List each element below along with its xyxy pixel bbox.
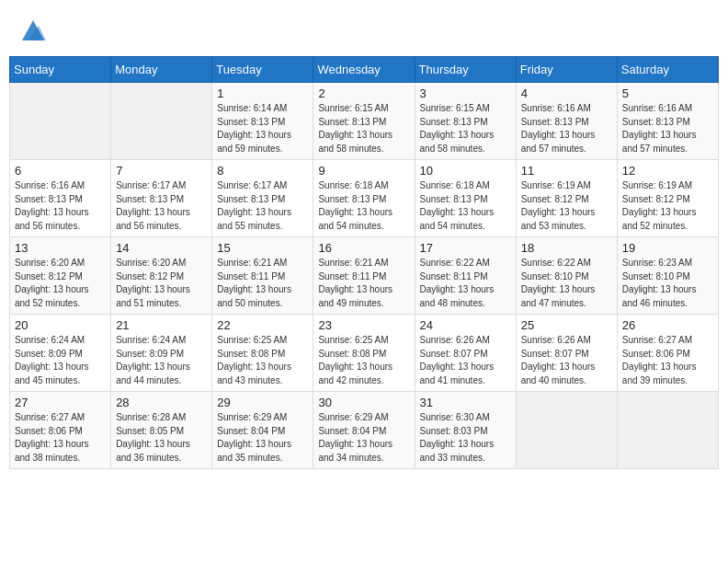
calendar-cell: 3Sunrise: 6:15 AM Sunset: 8:13 PM Daylig… [415, 83, 516, 160]
day-info: Sunrise: 6:22 AM Sunset: 8:11 PM Dayligh… [420, 257, 511, 310]
day-number: 24 [420, 318, 511, 332]
day-info: Sunrise: 6:19 AM Sunset: 8:12 PM Dayligh… [622, 179, 713, 233]
calendar-cell: 22Sunrise: 6:25 AM Sunset: 8:08 PM Dayli… [212, 315, 313, 392]
day-number: 31 [420, 396, 511, 409]
calendar-cell [516, 392, 617, 469]
day-number: 12 [622, 164, 713, 178]
day-number: 17 [420, 241, 511, 255]
day-info: Sunrise: 6:26 AM Sunset: 8:07 PM Dayligh… [521, 334, 612, 387]
day-number: 14 [116, 241, 207, 255]
calendar-cell: 25Sunrise: 6:26 AM Sunset: 8:07 PM Dayli… [516, 315, 617, 392]
day-info: Sunrise: 6:17 AM Sunset: 8:13 PM Dayligh… [116, 179, 207, 233]
day-number: 8 [217, 164, 308, 178]
day-number: 28 [116, 396, 207, 409]
calendar-cell [111, 83, 212, 160]
day-info: Sunrise: 6:16 AM Sunset: 8:13 PM Dayligh… [15, 179, 106, 233]
day-info: Sunrise: 6:20 AM Sunset: 8:12 PM Dayligh… [15, 257, 106, 310]
calendar-cell: 6Sunrise: 6:16 AM Sunset: 8:13 PM Daylig… [10, 160, 111, 237]
calendar-cell: 10Sunrise: 6:18 AM Sunset: 8:13 PM Dayli… [415, 160, 516, 237]
calendar-cell: 12Sunrise: 6:19 AM Sunset: 8:12 PM Dayli… [617, 160, 718, 237]
day-info: Sunrise: 6:19 AM Sunset: 8:12 PM Dayligh… [521, 179, 612, 233]
day-info: Sunrise: 6:21 AM Sunset: 8:11 PM Dayligh… [217, 257, 308, 310]
day-number: 25 [521, 318, 612, 332]
calendar-cell: 31Sunrise: 6:30 AM Sunset: 8:03 PM Dayli… [415, 392, 516, 469]
day-number: 18 [521, 241, 612, 255]
logo [18, 17, 46, 47]
page-header [9, 9, 719, 52]
calendar-table: SundayMondayTuesdayWednesdayThursdayFrid… [9, 56, 719, 469]
calendar-day-header: Friday [516, 57, 617, 83]
day-info: Sunrise: 6:25 AM Sunset: 8:08 PM Dayligh… [318, 334, 409, 387]
calendar-week-row: 20Sunrise: 6:24 AM Sunset: 8:09 PM Dayli… [10, 315, 719, 392]
day-number: 30 [318, 396, 409, 409]
calendar-cell: 19Sunrise: 6:23 AM Sunset: 8:10 PM Dayli… [617, 237, 718, 315]
calendar-cell: 17Sunrise: 6:22 AM Sunset: 8:11 PM Dayli… [415, 237, 516, 315]
calendar-cell: 11Sunrise: 6:19 AM Sunset: 8:12 PM Dayli… [516, 160, 617, 237]
day-info: Sunrise: 6:24 AM Sunset: 8:09 PM Dayligh… [15, 334, 106, 387]
calendar-day-header: Wednesday [313, 57, 415, 83]
calendar-cell: 15Sunrise: 6:21 AM Sunset: 8:11 PM Dayli… [212, 237, 313, 315]
day-info: Sunrise: 6:29 AM Sunset: 8:04 PM Dayligh… [318, 411, 409, 465]
day-number: 15 [217, 241, 308, 255]
calendar-header-row: SundayMondayTuesdayWednesdayThursdayFrid… [10, 57, 719, 83]
calendar-week-row: 1Sunrise: 6:14 AM Sunset: 8:13 PM Daylig… [10, 83, 719, 160]
calendar-day-header: Monday [111, 57, 212, 83]
calendar-cell: 2Sunrise: 6:15 AM Sunset: 8:13 PM Daylig… [313, 83, 415, 160]
day-number: 5 [622, 86, 713, 100]
day-info: Sunrise: 6:18 AM Sunset: 8:13 PM Dayligh… [420, 179, 511, 233]
day-info: Sunrise: 6:28 AM Sunset: 8:05 PM Dayligh… [116, 411, 207, 465]
day-info: Sunrise: 6:25 AM Sunset: 8:08 PM Dayligh… [217, 334, 308, 387]
day-info: Sunrise: 6:20 AM Sunset: 8:12 PM Dayligh… [116, 257, 207, 310]
calendar-cell: 30Sunrise: 6:29 AM Sunset: 8:04 PM Dayli… [313, 392, 415, 469]
calendar-cell: 9Sunrise: 6:18 AM Sunset: 8:13 PM Daylig… [313, 160, 415, 237]
calendar-cell: 7Sunrise: 6:17 AM Sunset: 8:13 PM Daylig… [111, 160, 212, 237]
calendar-cell: 5Sunrise: 6:16 AM Sunset: 8:13 PM Daylig… [617, 83, 718, 160]
calendar-cell: 14Sunrise: 6:20 AM Sunset: 8:12 PM Dayli… [111, 237, 212, 315]
calendar-week-row: 27Sunrise: 6:27 AM Sunset: 8:06 PM Dayli… [10, 392, 719, 469]
calendar-week-row: 6Sunrise: 6:16 AM Sunset: 8:13 PM Daylig… [10, 160, 719, 237]
day-number: 23 [318, 318, 409, 332]
calendar-cell: 16Sunrise: 6:21 AM Sunset: 8:11 PM Dayli… [313, 237, 415, 315]
day-info: Sunrise: 6:21 AM Sunset: 8:11 PM Dayligh… [318, 257, 409, 310]
day-info: Sunrise: 6:27 AM Sunset: 8:06 PM Dayligh… [622, 334, 713, 387]
day-number: 1 [217, 86, 308, 100]
calendar-cell [617, 392, 718, 469]
day-info: Sunrise: 6:24 AM Sunset: 8:09 PM Dayligh… [116, 334, 207, 387]
calendar-cell: 21Sunrise: 6:24 AM Sunset: 8:09 PM Dayli… [111, 315, 212, 392]
calendar-cell: 28Sunrise: 6:28 AM Sunset: 8:05 PM Dayli… [111, 392, 212, 469]
day-number: 16 [318, 241, 409, 255]
day-info: Sunrise: 6:29 AM Sunset: 8:04 PM Dayligh… [217, 411, 308, 465]
calendar-week-row: 13Sunrise: 6:20 AM Sunset: 8:12 PM Dayli… [10, 237, 719, 315]
day-info: Sunrise: 6:27 AM Sunset: 8:06 PM Dayligh… [15, 411, 106, 465]
day-info: Sunrise: 6:22 AM Sunset: 8:10 PM Dayligh… [521, 257, 612, 310]
day-info: Sunrise: 6:23 AM Sunset: 8:10 PM Dayligh… [622, 257, 713, 310]
day-number: 22 [217, 318, 308, 332]
day-number: 11 [521, 164, 612, 178]
day-number: 9 [318, 164, 409, 178]
day-number: 19 [622, 241, 713, 255]
day-number: 2 [318, 86, 409, 100]
calendar-cell: 23Sunrise: 6:25 AM Sunset: 8:08 PM Dayli… [313, 315, 415, 392]
day-number: 10 [420, 164, 511, 178]
calendar-cell: 27Sunrise: 6:27 AM Sunset: 8:06 PM Dayli… [10, 392, 111, 469]
day-number: 7 [116, 164, 207, 178]
calendar-cell: 13Sunrise: 6:20 AM Sunset: 8:12 PM Dayli… [10, 237, 111, 315]
day-number: 26 [622, 318, 713, 332]
calendar-cell [10, 83, 111, 160]
day-number: 20 [15, 318, 106, 332]
calendar-day-header: Thursday [415, 57, 516, 83]
calendar-cell: 24Sunrise: 6:26 AM Sunset: 8:07 PM Dayli… [415, 315, 516, 392]
day-info: Sunrise: 6:16 AM Sunset: 8:13 PM Dayligh… [622, 102, 713, 155]
day-number: 13 [15, 241, 106, 255]
day-number: 29 [217, 396, 308, 409]
calendar-day-header: Saturday [617, 57, 718, 83]
day-info: Sunrise: 6:16 AM Sunset: 8:13 PM Dayligh… [521, 102, 612, 155]
day-info: Sunrise: 6:18 AM Sunset: 8:13 PM Dayligh… [318, 179, 409, 233]
day-number: 6 [15, 164, 106, 178]
day-info: Sunrise: 6:30 AM Sunset: 8:03 PM Dayligh… [420, 411, 511, 465]
calendar-cell: 29Sunrise: 6:29 AM Sunset: 8:04 PM Dayli… [212, 392, 313, 469]
day-number: 3 [420, 86, 511, 100]
calendar-cell: 26Sunrise: 6:27 AM Sunset: 8:06 PM Dayli… [617, 315, 718, 392]
calendar-day-header: Tuesday [212, 57, 313, 83]
calendar-cell: 4Sunrise: 6:16 AM Sunset: 8:13 PM Daylig… [516, 83, 617, 160]
